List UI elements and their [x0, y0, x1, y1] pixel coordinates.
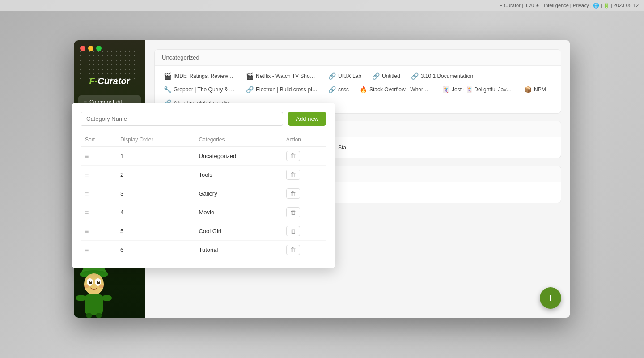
bookmark-item[interactable]: 🔧 Grepper | The Query & A... — [159, 84, 240, 95]
bookmark-item[interactable]: 📦 NPM — [520, 84, 551, 95]
bookmark-icon: 🎬 — [164, 72, 171, 80]
col-categories: Categories — [194, 133, 281, 147]
drag-handle[interactable]: ≡ — [85, 171, 89, 179]
fab-icon: + — [547, 292, 554, 304]
bookmark-item[interactable]: 🃏 Jest · 🃏 Delightful JavaSc... — [437, 84, 518, 95]
delete-button[interactable]: 🗑 — [286, 188, 300, 199]
delete-button[interactable]: 🗑 — [286, 207, 300, 217]
bookmark-icon: 🔧 — [164, 86, 171, 93]
category-cell: Tools — [194, 166, 281, 184]
delete-button[interactable]: 🗑 — [286, 170, 300, 180]
category-name-input[interactable] — [80, 112, 283, 126]
bookmark-text: Stack Overflow - Where ... — [369, 86, 431, 93]
category-cell: Movie — [194, 203, 281, 222]
bookmark-item[interactable]: 🔗 ssss — [324, 84, 353, 95]
delete-button[interactable]: 🗑 — [286, 226, 300, 236]
col-display-order: Display Order — [116, 133, 195, 147]
bookmark-icon: 📦 — [524, 86, 532, 93]
bookmark-item[interactable]: 🔗 UIUX Lab — [324, 70, 366, 82]
bookmark-item[interactable]: 🔥 Stack Overflow - Where ... — [355, 84, 436, 95]
sidebar-logo: F-Curator — [89, 76, 130, 86]
delete-button[interactable]: 🗑 — [286, 151, 300, 161]
drag-handle[interactable]: ≡ — [85, 209, 89, 216]
display-order-cell: 6 — [116, 241, 195, 260]
display-order-cell: 3 — [116, 184, 195, 203]
close-button[interactable] — [80, 46, 85, 51]
bookmark-icon: 🔗 — [372, 72, 380, 80]
maximize-button[interactable] — [96, 46, 102, 51]
bookmark-text: Grepper | The Query & A... — [174, 86, 235, 93]
col-action: Action — [282, 133, 326, 147]
display-order-cell: 5 — [116, 222, 195, 241]
bookmark-text: Sta... — [338, 145, 351, 151]
bookmark-item[interactable]: 🔗 3.10.1 Documentation — [407, 70, 478, 82]
drag-handle[interactable]: ≡ — [85, 228, 89, 235]
fab-add-button[interactable]: + — [540, 287, 561, 309]
add-new-button[interactable]: Add new — [288, 112, 326, 126]
table-row: ≡ 2 Tools 🗑 — [80, 166, 326, 184]
menu-bar-right: F-Curator | 3.20 ★ | Intelligence | Priv… — [500, 3, 639, 9]
category-header: Uncategorized — [155, 50, 561, 66]
display-order-cell: 4 — [116, 203, 195, 222]
traffic-lights — [74, 40, 108, 56]
minimize-button[interactable] — [88, 46, 93, 51]
bookmark-icon: 🔗 — [328, 86, 336, 93]
table-row: ≡ 1 Uncategorized 🗑 — [80, 147, 326, 166]
table-row: ≡ 6 Tutorial 🗑 — [80, 241, 326, 260]
bookmark-text: IMDb: Ratings, Reviews, ... — [174, 73, 235, 79]
table-row: ≡ 5 Cool Girl 🗑 — [80, 222, 326, 241]
drag-handle[interactable]: ≡ — [85, 153, 89, 160]
bookmark-text: Netflix - Watch TV Show... — [256, 73, 318, 79]
bookmark-item[interactable]: 🎬 IMDb: Ratings, Reviews, ... — [159, 70, 240, 82]
bookmark-item[interactable]: 🔗 Untitled — [368, 70, 405, 82]
category-cell: Tutorial — [194, 241, 281, 260]
bookmark-text: NPM — [534, 86, 546, 93]
bookmark-text: Jest · 🃏 Delightful JavaSc... — [452, 86, 513, 93]
table-row: ≡ 3 Gallery 🗑 — [80, 184, 326, 203]
add-new-label: Add new — [296, 115, 318, 122]
category-cell: Uncategorized — [194, 147, 281, 166]
bookmark-icon: 🔗 — [328, 72, 336, 80]
category-name: Uncategorized — [162, 54, 199, 61]
category-cell: Cool Girl — [194, 222, 281, 241]
delete-button[interactable]: 🗑 — [286, 245, 300, 255]
bookmark-item[interactable]: 🎬 Netflix - Watch TV Show... — [242, 70, 322, 82]
bookmark-icon: 🃏 — [442, 86, 449, 93]
menu-bar: F-Curator | 3.20 ★ | Intelligence | Priv… — [0, 0, 644, 11]
bookmark-icon: 🔥 — [360, 86, 367, 93]
bookmark-icon: 🔗 — [246, 86, 254, 93]
bookmark-icon: 🎬 — [246, 72, 254, 80]
sidebar-brand: F-Curator — [89, 76, 130, 86]
display-order-cell: 1 — [116, 147, 195, 166]
bookmark-text: ssss — [338, 86, 349, 93]
category-cell: Gallery — [194, 184, 281, 203]
col-sort: Sort — [80, 133, 116, 147]
category-table: Sort Display Order Categories Action ≡ 1… — [80, 133, 326, 259]
bookmark-icon: 🔗 — [411, 72, 419, 80]
drag-handle[interactable]: ≡ — [85, 247, 89, 254]
bookmark-text: 3.10.1 Documentation — [421, 73, 473, 79]
table-row: ≡ 4 Movie 🗑 — [80, 203, 326, 222]
drag-handle[interactable]: ≡ — [85, 190, 89, 197]
category-edit-panel: Add new Sort Display Order Categories Ac… — [72, 103, 335, 268]
bookmark-text: UIUX Lab — [338, 73, 361, 79]
category-input-row: Add new — [80, 112, 326, 126]
display-order-cell: 2 — [116, 166, 195, 184]
top-bar-text: F-Curator | 3.20 ★ | Intelligence | Priv… — [500, 3, 639, 9]
bookmark-text: Electron | Build cross-plat... — [256, 86, 318, 93]
bookmark-item[interactable]: 🔗 Electron | Build cross-plat... — [242, 84, 322, 95]
bookmark-text: Untitled — [382, 73, 400, 79]
